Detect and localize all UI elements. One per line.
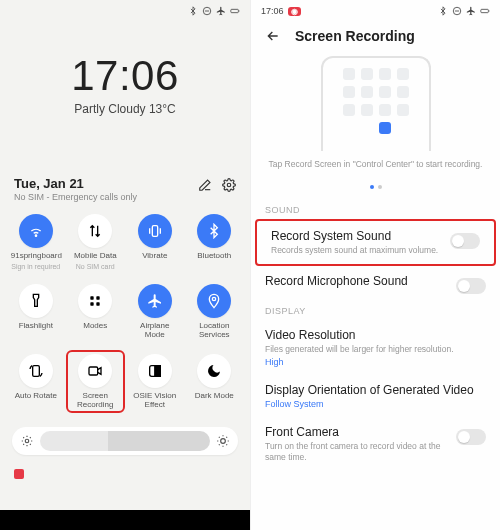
date-row: Tue, Jan 21 No SIM - Emergency calls onl…: [0, 176, 250, 202]
wifi-icon: [28, 223, 44, 239]
phone-illustration: [321, 56, 431, 151]
tile-mobile-data[interactable]: Mobile Data No SIM card: [66, 210, 126, 274]
svg-point-14: [221, 439, 226, 444]
bluetooth-icon: [206, 223, 222, 239]
tile-modes[interactable]: Modes: [66, 280, 126, 343]
sun-bright-icon: [216, 434, 230, 448]
tile-flashlight[interactable]: Flashlight: [6, 280, 66, 343]
tile-bluetooth[interactable]: Bluetooth: [185, 210, 245, 274]
do-not-disturb-icon: [452, 6, 462, 16]
battery-icon: [480, 6, 490, 16]
tile-screen-recording[interactable]: Screen Recording: [66, 350, 126, 413]
setting-title: Video Resolution: [265, 328, 454, 342]
svg-rect-4: [152, 226, 157, 237]
lock-screen-info: 17:06 Partly Cloudy 13°C: [0, 52, 250, 116]
airplane-icon: [466, 6, 476, 16]
setting-front-camera[interactable]: Front Camera Turn on the front camera to…: [251, 417, 500, 471]
bluetooth-icon: [438, 6, 448, 16]
gear-icon[interactable]: [222, 178, 236, 192]
edit-icon[interactable]: [198, 178, 212, 192]
control-center-pane: 17:06 Partly Cloudy 13°C Tue, Jan 21 No …: [0, 0, 250, 530]
record-icon: [87, 363, 103, 379]
back-icon[interactable]: [265, 28, 281, 44]
airplane-icon: [147, 293, 163, 309]
modes-icon: [87, 293, 103, 309]
setting-title: Record Microphone Sound: [265, 274, 408, 288]
setting-orientation[interactable]: Display Orientation of Generated Video F…: [251, 375, 500, 417]
brightness-slider[interactable]: [12, 427, 238, 455]
svg-rect-11: [89, 367, 98, 375]
svg-rect-8: [97, 303, 100, 306]
setting-title: Display Orientation of Generated Video: [265, 383, 474, 397]
tile-airplane[interactable]: Airplane Mode: [125, 280, 185, 343]
status-icons: [188, 6, 240, 16]
illustration-caption: Tap Record Screen in "Control Center" to…: [251, 159, 500, 169]
svg-rect-6: [97, 297, 100, 300]
tile-label: Screen Recording: [77, 391, 113, 409]
toggle-front-camera[interactable]: [456, 429, 486, 445]
setting-record-mic[interactable]: Record Microphone Sound: [251, 266, 500, 302]
status-bar: [0, 0, 250, 18]
tile-label: Bluetooth: [197, 251, 231, 260]
battery-icon: [230, 6, 240, 16]
tile-wifi[interactable]: 91springboard Sign in required: [6, 210, 66, 274]
section-sound: SOUND: [251, 201, 500, 219]
tile-location[interactable]: Location Services: [185, 280, 245, 343]
tile-label: Vibrate: [142, 251, 167, 260]
setting-record-system-sound[interactable]: Record System Sound Records system sound…: [257, 221, 494, 264]
tile-label: Flashlight: [19, 321, 53, 330]
rotate-icon: [28, 363, 44, 379]
airplane-icon: [216, 6, 226, 16]
sun-dim-icon: [20, 434, 34, 448]
tile-dark-mode[interactable]: Dark Mode: [185, 350, 245, 413]
svg-rect-1: [231, 9, 239, 12]
svg-rect-7: [91, 303, 94, 306]
setting-sub: Files generated will be larger for highe…: [265, 344, 454, 355]
quick-tiles-grid: 91springboard Sign in required Mobile Da…: [0, 202, 250, 417]
slider-track[interactable]: [40, 431, 210, 451]
page-dots[interactable]: [251, 175, 500, 193]
svg-rect-5: [91, 297, 94, 300]
status-time: 17:06: [261, 6, 284, 16]
page-title: Screen Recording: [295, 28, 415, 44]
setting-title: Front Camera: [265, 425, 448, 439]
setting-sub: Records system sound at maximum volume.: [271, 245, 438, 256]
weather-text: Partly Cloudy 13°C: [0, 102, 250, 116]
tile-label: OSIE Vision Effect: [133, 391, 176, 409]
bluetooth-icon: [188, 6, 198, 16]
status-icons: [438, 6, 490, 16]
contrast-icon: [147, 363, 163, 379]
vibrate-icon: [147, 223, 163, 239]
setting-value: High: [265, 357, 454, 367]
toggle-record-mic[interactable]: [456, 278, 486, 294]
clock: 17:06: [0, 52, 250, 100]
tile-label: Auto Rotate: [15, 391, 57, 400]
setting-title: Record System Sound: [271, 229, 438, 243]
setting-sub: Turn on the front camera to record video…: [265, 441, 448, 463]
toggle-record-system[interactable]: [450, 233, 480, 249]
tile-auto-rotate[interactable]: Auto Rotate: [6, 350, 66, 413]
svg-rect-10: [32, 365, 39, 376]
tile-vibrate[interactable]: Vibrate: [125, 210, 185, 274]
date-text: Tue, Jan 21: [14, 176, 137, 191]
tile-label: Mobile Data: [74, 251, 117, 260]
screen-recording-settings-pane: 17:06 ◉ Screen Recording Tap Record Scre…: [250, 0, 500, 530]
tile-label: Location Services: [199, 321, 230, 339]
setting-video-resolution[interactable]: Video Resolution Files generated will be…: [251, 320, 500, 375]
flashlight-icon: [28, 293, 44, 309]
tile-label: Modes: [83, 321, 107, 330]
moon-icon: [206, 363, 222, 379]
svg-rect-16: [481, 9, 489, 12]
svg-point-2: [227, 183, 231, 187]
recording-pill[interactable]: ◉: [288, 7, 301, 16]
svg-point-3: [35, 235, 36, 236]
svg-point-13: [25, 439, 29, 443]
section-display: DISPLAY: [251, 302, 500, 320]
sim-status: No SIM - Emergency calls only: [14, 192, 137, 202]
svg-point-9: [213, 298, 216, 301]
tile-label: Dark Mode: [195, 391, 234, 400]
tile-osie[interactable]: OSIE Vision Effect: [125, 350, 185, 413]
recording-indicator[interactable]: [14, 465, 250, 483]
tile-sub: No SIM card: [76, 263, 115, 270]
do-not-disturb-icon: [202, 6, 212, 16]
